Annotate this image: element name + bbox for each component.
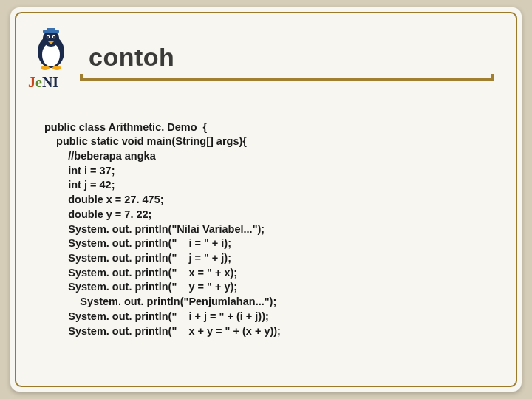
svg-rect-11 [47,28,55,31]
slide-card: JeNI contoh public class Arithmetic. Dem… [10,7,522,392]
svg-point-9 [52,66,61,70]
slide-title: contoh [89,43,174,72]
title-underline [80,78,494,81]
jeni-logo-icon: JeNI [27,28,75,95]
svg-point-5 [47,36,49,38]
code-block: public class Arithmetic. Demo { public s… [44,120,492,339]
svg-point-8 [41,66,50,70]
svg-point-6 [53,36,55,38]
svg-text:JeNI: JeNI [28,74,58,90]
